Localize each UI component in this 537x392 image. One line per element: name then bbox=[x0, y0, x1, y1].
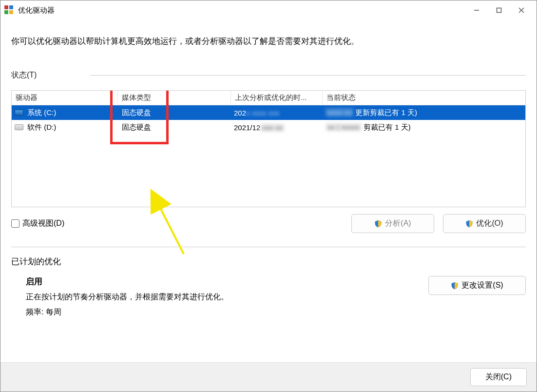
divider bbox=[90, 75, 526, 76]
advanced-view-checkbox[interactable]: 高级视图(D) bbox=[11, 218, 64, 229]
close-dialog-button[interactable]: 关闭(C) bbox=[470, 368, 527, 386]
column-header-last[interactable]: 上次分析或优化的时... bbox=[231, 91, 323, 105]
advanced-view-label: 高级视图(D) bbox=[22, 218, 64, 229]
description-text: 你可以优化驱动器以帮助计算机更高效地运行，或者分析驱动器以了解是否需要对其进行优… bbox=[11, 36, 526, 47]
table-row[interactable]: 系统 (C:) 固态硬盘 202x xxxx xxx xxxx xx 更新剪裁已… bbox=[12, 105, 525, 120]
scheduled-section-label: 已计划的优化 bbox=[11, 256, 526, 267]
title-bar: 优化驱动器 bbox=[0, 0, 537, 20]
cell-drive: 系统 (C:) bbox=[27, 108, 56, 118]
column-header-drive[interactable]: 驱动器 bbox=[12, 91, 118, 105]
maximize-button[interactable] bbox=[488, 0, 510, 20]
change-settings-button[interactable]: 更改设置(S) bbox=[428, 276, 526, 295]
close-button[interactable] bbox=[510, 0, 533, 20]
shield-icon bbox=[374, 220, 382, 228]
shield-icon bbox=[451, 282, 459, 290]
cell-last: 202x xxxx xxx bbox=[234, 109, 326, 117]
status-section-label: 状态(T) bbox=[11, 70, 37, 80]
window-title: 优化驱动器 bbox=[18, 6, 55, 15]
annotation-highlight-box bbox=[110, 90, 169, 144]
cell-status: xxxx xx 更新剪裁已有 1 天) bbox=[326, 108, 525, 118]
table-header: 驱动器 媒体类型 上次分析或优化的时... 当前状态 bbox=[12, 91, 525, 105]
drive-list[interactable]: 驱动器 媒体类型 上次分析或优化的时... 当前状态 系统 (C:) 固态硬盘 … bbox=[11, 90, 526, 207]
checkbox-icon bbox=[11, 219, 19, 228]
app-icon bbox=[4, 5, 14, 15]
table-row[interactable]: 软件 (D:) 固态硬盘 2021/12xxx xx xx ( xxxxx 剪裁… bbox=[12, 120, 525, 135]
drive-icon bbox=[15, 124, 23, 130]
drive-icon bbox=[15, 110, 23, 116]
optimize-button[interactable]: 优化(O) bbox=[443, 214, 526, 233]
minimize-button[interactable] bbox=[465, 0, 488, 20]
scheduled-enable-heading: 启用 bbox=[26, 276, 419, 287]
scheduled-running-text: 正在按计划的节奏分析驱动器，并根据需要对其进行优化。 bbox=[26, 292, 419, 302]
svg-rect-1 bbox=[497, 8, 501, 13]
cell-drive: 软件 (D:) bbox=[27, 123, 56, 132]
scheduled-frequency: 频率: 每周 bbox=[26, 307, 419, 317]
dialog-footer: 关闭(C) bbox=[0, 362, 537, 392]
cell-last: 2021/12xxx xx bbox=[234, 123, 326, 132]
column-header-status[interactable]: 当前状态 bbox=[323, 91, 525, 105]
divider bbox=[11, 247, 526, 247]
cell-status: xx ( xxxxx 剪裁已有 1 天) bbox=[326, 123, 525, 132]
analyze-button[interactable]: 分析(A) bbox=[351, 214, 434, 233]
shield-icon bbox=[465, 220, 473, 228]
